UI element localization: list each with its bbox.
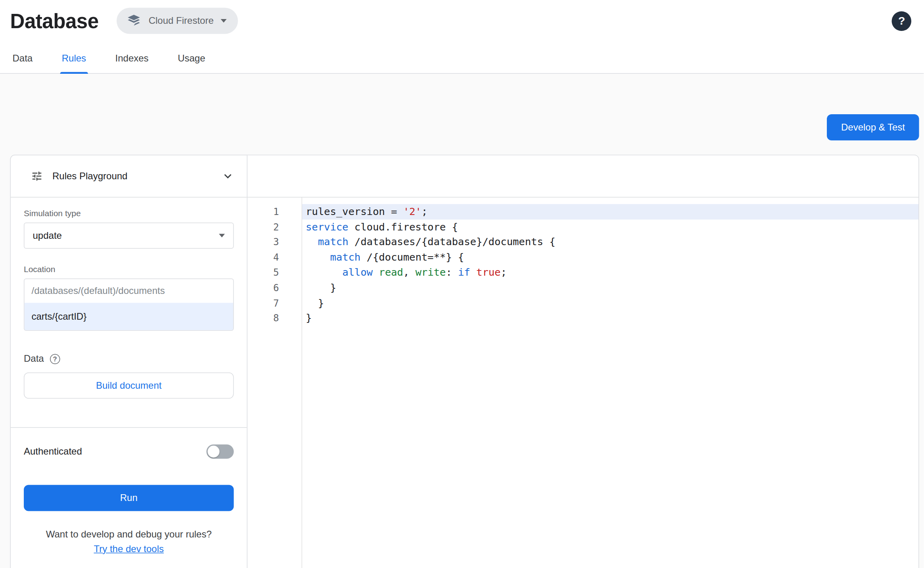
location-input[interactable]: /databases/(default)/documents carts/{ca… bbox=[24, 278, 234, 331]
code-line[interactable]: match /databases/{database}/documents { bbox=[302, 234, 918, 249]
tab-data[interactable]: Data bbox=[11, 53, 35, 73]
tab-bar: DataRulesIndexesUsage bbox=[0, 42, 924, 74]
page-title: Database bbox=[10, 9, 99, 33]
location-label: Location bbox=[24, 264, 234, 274]
line-number: 5 bbox=[247, 265, 279, 280]
firestore-icon bbox=[126, 13, 142, 29]
authenticated-row: Authenticated bbox=[24, 439, 234, 465]
code-line[interactable]: allow read, write: if true; bbox=[302, 265, 918, 280]
location-placeholder: /databases/(default)/documents bbox=[25, 279, 234, 303]
rules-playground-panel: Rules Playground Simulation type update … bbox=[11, 155, 247, 568]
line-number: 2 bbox=[247, 219, 279, 234]
simulation-type-select[interactable]: update bbox=[24, 223, 234, 249]
dropdown-caret-icon bbox=[221, 19, 227, 23]
rules-editor[interactable]: rules_version = '2';service cloud.firest… bbox=[302, 198, 918, 568]
help-button[interactable]: ? bbox=[892, 11, 912, 31]
line-number: 6 bbox=[247, 280, 279, 295]
rules-card: Rules Playground Simulation type update … bbox=[10, 155, 919, 568]
simulation-type-value: update bbox=[33, 230, 219, 241]
editor-toolbar bbox=[247, 155, 918, 198]
line-number: 8 bbox=[247, 311, 279, 326]
line-number: 4 bbox=[247, 250, 279, 265]
toggle-knob bbox=[208, 446, 220, 458]
chevron-down-icon[interactable] bbox=[221, 169, 235, 183]
playground-body: Simulation type update Location /databas… bbox=[11, 198, 247, 399]
content-area: Develop & Test Rules Playground bbox=[0, 74, 924, 568]
actions-row: Develop & Test bbox=[0, 74, 924, 140]
dev-tools-link-row: Try the dev tools bbox=[24, 544, 234, 555]
line-number: 7 bbox=[247, 296, 279, 311]
authenticated-toggle[interactable] bbox=[207, 445, 234, 459]
help-question-mark: ? bbox=[898, 14, 905, 27]
firestore-rules-page: Database Cloud Firestore ? DataRulesInde… bbox=[0, 0, 924, 568]
data-section-header: Data ? bbox=[24, 353, 234, 364]
tab-rules[interactable]: Rules bbox=[60, 53, 88, 73]
data-help-icon[interactable]: ? bbox=[50, 354, 60, 364]
dev-tools-link[interactable]: Try the dev tools bbox=[94, 544, 164, 554]
build-document-button[interactable]: Build document bbox=[24, 372, 234, 399]
tab-indexes[interactable]: Indexes bbox=[113, 53, 150, 73]
playground-header: Rules Playground bbox=[11, 155, 247, 198]
code-line[interactable]: } bbox=[302, 311, 918, 326]
run-button[interactable]: Run bbox=[24, 485, 234, 511]
product-switcher-label: Cloud Firestore bbox=[149, 15, 214, 26]
develop-test-button[interactable]: Develop & Test bbox=[827, 114, 919, 140]
code-line[interactable]: match /{document=**} { bbox=[302, 250, 918, 265]
line-number: 3 bbox=[247, 234, 279, 249]
authenticated-label: Authenticated bbox=[24, 446, 82, 457]
playground-footer: Authenticated Run Want to develop and de… bbox=[11, 428, 247, 567]
app-header: Database Cloud Firestore ? bbox=[0, 0, 924, 42]
editor-gutter: 12345678 bbox=[247, 198, 302, 568]
select-caret-icon bbox=[219, 234, 225, 238]
location-value[interactable]: carts/{cartID} bbox=[25, 303, 234, 330]
code-line[interactable]: service cloud.firestore { bbox=[302, 219, 918, 234]
tune-icon bbox=[31, 170, 43, 182]
rules-editor-pane: 12345678 rules_version = '2';service clo… bbox=[247, 155, 918, 568]
data-label: Data bbox=[24, 353, 44, 364]
dev-tools-question: Want to develop and debug your rules? bbox=[24, 529, 234, 540]
playground-title: Rules Playground bbox=[52, 171, 127, 182]
database-product-switcher[interactable]: Cloud Firestore bbox=[117, 8, 238, 34]
code-line[interactable]: rules_version = '2'; bbox=[302, 204, 918, 219]
editor-body: 12345678 rules_version = '2';service clo… bbox=[247, 198, 918, 568]
tab-usage[interactable]: Usage bbox=[176, 53, 207, 73]
code-line[interactable]: } bbox=[302, 296, 918, 311]
simulation-type-label: Simulation type bbox=[24, 208, 234, 218]
line-number: 1 bbox=[247, 204, 279, 219]
code-line[interactable]: } bbox=[302, 280, 918, 295]
